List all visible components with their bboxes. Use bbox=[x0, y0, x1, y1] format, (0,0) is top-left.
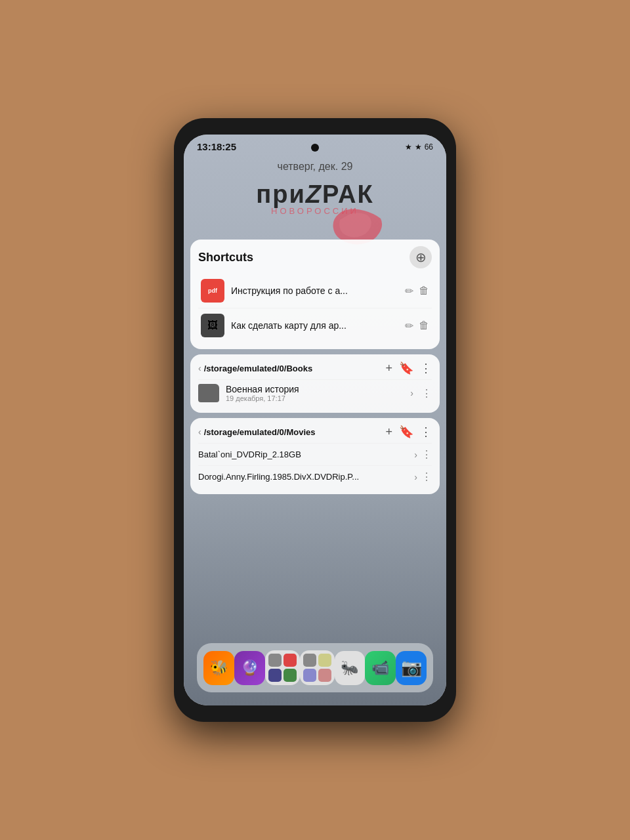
bluetooth-icon: ★ bbox=[405, 142, 412, 152]
pdf-icon: pdf bbox=[201, 279, 224, 303]
dorogi-more-icon[interactable]: ⋮ bbox=[421, 471, 432, 483]
app2-icon: 🔮 bbox=[241, 660, 259, 677]
phone-frame: 13:18:25 ★ ★ 66 четверг, дек. 29 приZРАК… bbox=[174, 118, 456, 722]
mini-app-5 bbox=[303, 654, 316, 667]
dock-app-video[interactable]: 📹 bbox=[365, 651, 396, 685]
app1-icon: 🐝 bbox=[210, 660, 228, 677]
edit-icon-pdf[interactable]: ✏ bbox=[405, 285, 413, 297]
expand-folder-icon[interactable]: › bbox=[410, 388, 413, 398]
add-file-button-movies[interactable]: + bbox=[385, 425, 392, 439]
collapse-icon-movies[interactable]: ‹ bbox=[198, 427, 201, 437]
mini-app-2 bbox=[284, 654, 297, 667]
image-icon: 🖼 bbox=[201, 314, 224, 337]
logo-area: приZРАК НОВОРОССИИ bbox=[230, 174, 400, 216]
file-panel-books-header: ‹ /storage/emulated/0/Books + 🔖 ⋮ bbox=[198, 361, 432, 375]
file-item-folder[interactable]: Военная история 19 декабря, 17:17 › ⋮ bbox=[198, 379, 432, 406]
books-panel-actions: + 🔖 ⋮ bbox=[385, 361, 432, 375]
shortcut-actions-pdf: ✏ 🗑 bbox=[405, 285, 429, 297]
folder-item-actions: › ⋮ bbox=[410, 387, 432, 400]
expand-dorogi-icon[interactable]: › bbox=[414, 472, 417, 482]
more-options-books[interactable]: ⋮ bbox=[420, 361, 432, 375]
shortcuts-title: Shortcuts bbox=[198, 251, 253, 264]
bataloni-more-icon[interactable]: ⋮ bbox=[421, 448, 432, 461]
shortcut-item-pdf[interactable]: pdf Инструкция по работе с а... ✏ 🗑 bbox=[198, 274, 432, 308]
bottom-dock: 🐝 🔮 bbox=[197, 643, 433, 692]
file-name-dorogi: Dorogi.Anny.Firling.1985.DivX.DVDRip.P..… bbox=[198, 472, 414, 482]
shortcut-item-image[interactable]: 🖼 Как сделать карту для ар... ✏ 🗑 bbox=[198, 308, 432, 343]
folder-name: Военная история bbox=[226, 384, 404, 394]
file-row-dorogi[interactable]: Dorogi.Anny.Firling.1985.DivX.DVDRip.P..… bbox=[198, 465, 432, 488]
bookmark-button-movies[interactable]: 🔖 bbox=[399, 425, 413, 439]
ant-icon: 🐜 bbox=[341, 660, 358, 677]
content-area: Shortcuts ⊕ pdf Инструкция по работе с а… bbox=[190, 240, 440, 494]
logo-pri: при bbox=[256, 180, 306, 208]
dock-app-camera[interactable]: 📷 bbox=[396, 651, 427, 685]
file-row-bataloni[interactable]: Batal`oni_DVDRip_2.18GB › ⋮ bbox=[198, 443, 432, 465]
shortcuts-panel: Shortcuts ⊕ pdf Инструкция по работе с а… bbox=[190, 240, 440, 349]
shortcuts-header: Shortcuts ⊕ bbox=[198, 246, 432, 268]
date-label: четверг, дек. 29 bbox=[278, 161, 353, 173]
plus-icon: ⊕ bbox=[415, 249, 427, 265]
mini-app-7 bbox=[303, 669, 316, 682]
shortcut-actions-image: ✏ 🗑 bbox=[405, 320, 429, 332]
shortcut-label-image: Как сделать карту для ар... bbox=[231, 320, 398, 331]
add-shortcut-button[interactable]: ⊕ bbox=[410, 246, 432, 268]
books-path: /storage/emulated/0/Books bbox=[204, 364, 383, 373]
mini-app-3 bbox=[268, 669, 282, 682]
camera-icon: 📷 bbox=[401, 658, 422, 678]
folder-info: Военная история 19 декабря, 17:17 bbox=[226, 384, 404, 402]
dock-app-2[interactable]: 🔮 bbox=[234, 651, 265, 685]
delete-icon-image[interactable]: 🗑 bbox=[419, 320, 429, 331]
folder-icon bbox=[198, 384, 219, 402]
status-icons: ★ ★ 66 bbox=[405, 142, 433, 152]
dock-app-group-2[interactable] bbox=[300, 650, 335, 685]
delete-icon-pdf[interactable]: 🗑 bbox=[419, 285, 429, 297]
more-options-movies[interactable]: ⋮ bbox=[420, 425, 432, 439]
file-panel-books: ‹ /storage/emulated/0/Books + 🔖 ⋮ Военна… bbox=[190, 354, 440, 413]
folder-more-icon[interactable]: ⋮ bbox=[421, 387, 432, 400]
battery-icon: ★ 66 bbox=[415, 142, 433, 152]
folder-date: 19 декабря, 17:17 bbox=[226, 394, 404, 402]
logo-text: приZРАК bbox=[256, 180, 373, 208]
add-file-button-books[interactable]: + bbox=[385, 362, 392, 375]
logo-rak: РАК bbox=[322, 180, 374, 208]
punch-hole-camera bbox=[311, 144, 319, 152]
mini-app-6 bbox=[318, 654, 331, 667]
file-panel-movies: ‹ /storage/emulated/0/Movies + 🔖 ⋮ Batal… bbox=[190, 418, 440, 494]
logo-z: Z bbox=[306, 180, 322, 208]
edit-icon-image[interactable]: ✏ bbox=[405, 320, 413, 332]
mini-app-1 bbox=[268, 654, 282, 667]
bookmark-button-books[interactable]: 🔖 bbox=[399, 361, 413, 375]
mini-app-4 bbox=[284, 669, 297, 682]
movies-path: /storage/emulated/0/Movies bbox=[204, 427, 383, 437]
status-time: 13:18:25 bbox=[197, 141, 236, 152]
shortcut-label-pdf: Инструкция по работе с а... bbox=[231, 285, 398, 296]
mini-app-8 bbox=[318, 669, 331, 682]
movies-panel-actions: + 🔖 ⋮ bbox=[385, 425, 432, 439]
dock-app-ant[interactable]: 🐜 bbox=[335, 651, 366, 685]
expand-bataloni-icon[interactable]: › bbox=[414, 450, 417, 460]
dock-app-1[interactable]: 🐝 bbox=[203, 651, 234, 685]
collapse-icon-books[interactable]: ‹ bbox=[198, 363, 201, 373]
phone-screen: 13:18:25 ★ ★ 66 четверг, дек. 29 приZРАК… bbox=[184, 135, 446, 705]
file-panel-movies-header: ‹ /storage/emulated/0/Movies + 🔖 ⋮ bbox=[198, 425, 432, 439]
dock-app-group[interactable] bbox=[265, 650, 300, 685]
video-icon: 📹 bbox=[371, 660, 389, 677]
file-name-bataloni: Batal`oni_DVDRip_2.18GB bbox=[198, 450, 414, 459]
